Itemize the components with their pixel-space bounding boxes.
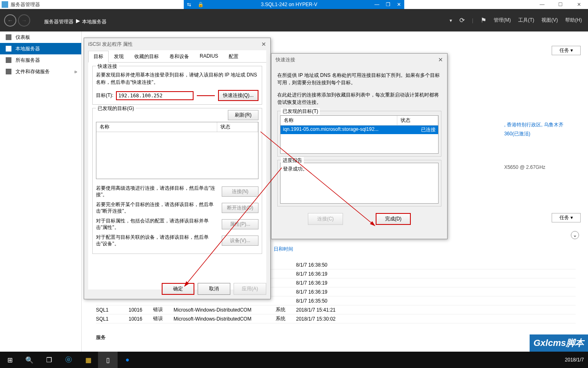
target-row-selected[interactable]: iqn.1991-05.com.microsoft:storage-sql192…: [281, 126, 438, 134]
targets-list[interactable]: 名称 状态: [96, 122, 258, 179]
services-heading: 服务: [96, 334, 106, 341]
properties-button[interactable]: 属性(P)...: [222, 219, 258, 229]
dashboard-icon: [6, 34, 11, 40]
cancel-button[interactable]: 取消: [198, 283, 230, 295]
progress-text: 登录成功。: [280, 163, 439, 204]
server-icon: [6, 46, 11, 52]
sidebar: 仪表板 本地服务器 所有服务器 文件和存储服务▹: [0, 31, 82, 352]
server-manager-icon: [2, 1, 8, 8]
col-status[interactable]: 状态: [397, 116, 438, 125]
menu-view[interactable]: 视图(V): [541, 17, 558, 24]
quick-connect-dialog: 快速连接 ✕ 在所提供 IP 地址或 DNS 名称处的可用连接目标如下所列。如果…: [271, 53, 448, 239]
target-label: 目标(T):: [96, 92, 114, 99]
quick-connect-button[interactable]: 快速连接(Q)...: [218, 90, 258, 101]
connect-button[interactable]: 连接(C): [308, 213, 343, 225]
refresh-icon[interactable]: ⟳: [459, 16, 465, 24]
app-title: 服务器管理器: [11, 1, 40, 8]
col-name[interactable]: 名称: [96, 122, 217, 132]
refresh-dropdown[interactable]: ▾: [450, 18, 452, 23]
done-button[interactable]: 完成(D): [376, 213, 411, 225]
dialog-tabs: 目标 发现 收藏的目标 卷和设备 RADIUS 配置: [88, 50, 266, 63]
dialog-title: iSCSI 发起程序 属性: [88, 41, 133, 48]
discovered-targets-group: 已发现的目标(G) 刷新(R) 名称 状态 若要使用高级选项进行连接，请选择目标…: [92, 108, 262, 254]
progress-group: 进度报告 登录成功。: [277, 160, 441, 206]
host-minimize-icon[interactable]: —: [533, 0, 551, 9]
nav-back-button[interactable]: ←: [4, 14, 16, 27]
table-row[interactable]: SQL110016错误Microsoft-Windows-Distributed…: [96, 314, 576, 323]
target-input[interactable]: [116, 91, 194, 100]
ie-icon[interactable]: ⓔ: [59, 352, 78, 368]
apply-button[interactable]: 应用(A): [234, 283, 266, 295]
tab-volumes[interactable]: 卷和设备: [164, 51, 194, 63]
start-button[interactable]: ⊞: [0, 352, 20, 368]
task-view-icon[interactable]: ❐: [39, 352, 59, 368]
ok-button[interactable]: 确定: [162, 283, 194, 295]
search-icon[interactable]: 🔍: [20, 352, 39, 368]
col-status[interactable]: 状态: [217, 122, 258, 132]
tab-targets[interactable]: 目标: [88, 51, 109, 63]
vm-restore-icon[interactable]: ❐: [383, 2, 394, 7]
host-close-icon[interactable]: ✕: [570, 0, 588, 9]
vm-connection-bar: ⇆ 🔒 3.SQL1-242 on HYPER-V — ❐ ✕: [184, 0, 404, 9]
discovered-targets-group: 已发现的目标(T) 名称 状态 iqn.1991-05.com.microsof…: [277, 111, 441, 157]
browser-icon[interactable]: ●: [118, 352, 137, 368]
taskbar-clock[interactable]: 2018/1/7: [565, 357, 584, 363]
tasks-button-2[interactable]: 任务 ▾: [552, 213, 581, 222]
sidebar-item-all-servers[interactable]: 所有服务器: [0, 54, 81, 66]
server-manager-header: ← → 服务器管理器 ▸ 本地服务器 ▾ ⟳ | ⚑ 管理(M) 工具(T) 视…: [0, 9, 588, 31]
tab-radius[interactable]: RADIUS: [194, 51, 223, 63]
servers-icon: [6, 57, 11, 63]
close-icon[interactable]: ✕: [438, 56, 443, 63]
taskbar: ⊞ 🔍 ❐ ⓔ ▦ ▯ ● 2018/1/7: [0, 352, 588, 368]
iscsi-properties-dialog: iSCSI 发起程序 属性 ✕ 目标 发现 收藏的目标 卷和设备 RADIUS …: [84, 38, 271, 299]
pin-icon[interactable]: ⇆: [184, 2, 194, 7]
storage-icon: [6, 69, 11, 74]
explorer-icon[interactable]: ▦: [78, 352, 98, 368]
app-titlebar: 服务器管理器: [0, 0, 40, 9]
tab-discovery[interactable]: 发现: [109, 51, 129, 63]
menu-manage[interactable]: 管理(M): [494, 17, 511, 24]
host-window-controls: — ☐ ✕: [533, 0, 588, 9]
targets-list[interactable]: 名称 状态 iqn.1991-05.com.microsoft:storage-…: [280, 115, 439, 154]
expand-button[interactable]: ⌄: [571, 231, 579, 239]
host-maximize-icon[interactable]: ☐: [551, 0, 570, 9]
table-row[interactable]: SQL110016错误Microsoft-Windows-Distributed…: [96, 305, 576, 314]
sidebar-item-file-storage[interactable]: 文件和存储服务▹: [0, 66, 81, 77]
datetime-column-header[interactable]: 日和时间: [274, 246, 293, 253]
vm-minimize-icon[interactable]: —: [371, 2, 383, 7]
watermark: Gxlcms脚本: [530, 334, 588, 352]
dialog-title: 快速连接: [276, 56, 295, 63]
tab-favorites[interactable]: 收藏的目标: [129, 51, 164, 63]
sidebar-item-local-server[interactable]: 本地服务器: [0, 43, 81, 54]
close-icon[interactable]: ✕: [261, 41, 266, 47]
server-manager-taskbar-icon[interactable]: ▯: [98, 352, 118, 368]
menu-help[interactable]: 帮助(H): [565, 17, 582, 24]
tab-config[interactable]: 配置: [223, 51, 244, 63]
col-name[interactable]: 名称: [281, 116, 397, 125]
sidebar-item-dashboard[interactable]: 仪表板: [0, 31, 81, 43]
connect-button[interactable]: 连接(N): [222, 186, 258, 197]
menu-tools[interactable]: 工具(T): [518, 17, 534, 24]
lock-icon[interactable]: 🔒: [194, 2, 207, 7]
quick-connect-group: 快速连接 若要发现目标并使用基本连接登录到目标，请键入该目标的 IP 地址或 D…: [92, 66, 262, 105]
disconnect-button[interactable]: 断开连接(D): [222, 203, 258, 213]
refresh-button[interactable]: 刷新(R): [228, 110, 258, 120]
tasks-button-1[interactable]: 任务 ▾: [552, 46, 581, 55]
server-info-block: , 香港特别行政区, 乌鲁木齐 360(已激活) X5650 @ 2.67GHz: [504, 120, 564, 172]
vm-title: 3.SQL1-242 on HYPER-V: [207, 2, 371, 7]
breadcrumb: 服务器管理器 ▸ 本地服务器: [44, 16, 107, 25]
devices-button[interactable]: 设备(V)...: [222, 236, 258, 246]
vm-close-icon[interactable]: ✕: [394, 2, 404, 7]
nav-forward-button[interactable]: →: [18, 14, 30, 27]
flag-icon[interactable]: ⚑: [481, 16, 486, 24]
